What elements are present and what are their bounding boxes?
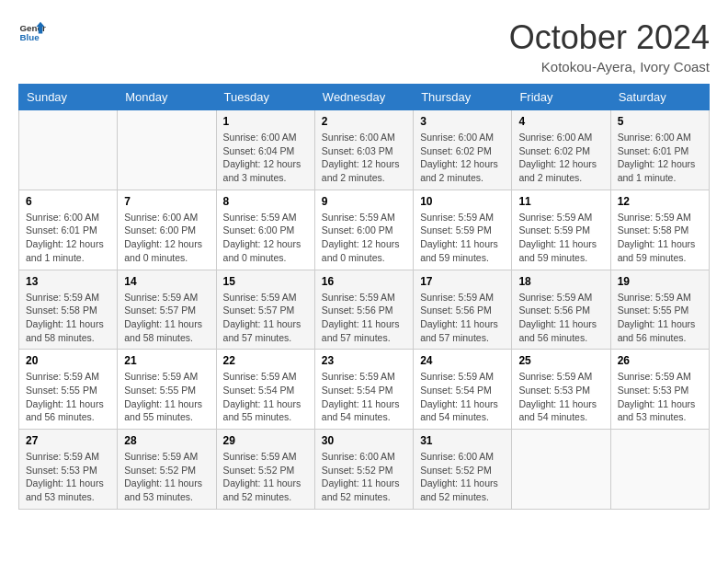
calendar-cell: 14Sunrise: 5:59 AM Sunset: 5:57 PM Dayli… xyxy=(118,270,216,350)
week-row-0: 1Sunrise: 6:00 AM Sunset: 6:04 PM Daylig… xyxy=(19,110,710,190)
header-tuesday: Tuesday xyxy=(216,85,314,110)
day-number: 5 xyxy=(618,115,702,128)
day-number: 24 xyxy=(420,354,505,367)
day-number: 19 xyxy=(618,275,702,288)
day-number: 27 xyxy=(26,434,110,447)
calendar-cell: 22Sunrise: 5:59 AM Sunset: 5:54 PM Dayli… xyxy=(216,350,314,430)
day-number: 11 xyxy=(518,195,603,208)
day-number: 22 xyxy=(223,354,308,367)
day-info: Sunrise: 5:59 AM Sunset: 5:56 PM Dayligh… xyxy=(518,291,603,345)
calendar-cell: 12Sunrise: 5:59 AM Sunset: 5:58 PM Dayli… xyxy=(610,190,709,270)
day-info: Sunrise: 6:00 AM Sunset: 5:52 PM Dayligh… xyxy=(420,450,505,504)
day-number: 15 xyxy=(223,275,308,288)
day-number: 25 xyxy=(518,354,603,367)
day-number: 7 xyxy=(124,195,209,208)
location: Kotokou-Ayera, Ivory Coast xyxy=(509,59,710,75)
day-number: 30 xyxy=(322,434,406,447)
calendar-cell: 15Sunrise: 5:59 AM Sunset: 5:57 PM Dayli… xyxy=(216,270,314,350)
calendar-cell: 6Sunrise: 6:00 AM Sunset: 6:01 PM Daylig… xyxy=(19,190,118,270)
day-info: Sunrise: 5:59 AM Sunset: 5:56 PM Dayligh… xyxy=(322,291,406,345)
week-row-1: 6Sunrise: 6:00 AM Sunset: 6:01 PM Daylig… xyxy=(19,190,710,270)
day-number: 12 xyxy=(618,195,702,208)
day-number: 20 xyxy=(26,354,110,367)
calendar-cell: 21Sunrise: 5:59 AM Sunset: 5:55 PM Dayli… xyxy=(118,350,216,430)
calendar-cell: 18Sunrise: 5:59 AM Sunset: 5:56 PM Dayli… xyxy=(512,270,610,350)
title-section: October 2024 Kotokou-Ayera, Ivory Coast xyxy=(509,18,710,75)
day-number: 3 xyxy=(420,115,505,128)
week-row-2: 13Sunrise: 5:59 AM Sunset: 5:58 PM Dayli… xyxy=(19,270,710,350)
day-number: 2 xyxy=(322,115,406,128)
day-number: 14 xyxy=(124,275,209,288)
calendar-cell: 27Sunrise: 5:59 AM Sunset: 5:53 PM Dayli… xyxy=(19,430,118,510)
day-number: 16 xyxy=(322,275,406,288)
header-thursday: Thursday xyxy=(414,85,512,110)
day-number: 6 xyxy=(26,195,110,208)
calendar-cell xyxy=(19,110,118,190)
calendar-cell: 29Sunrise: 5:59 AM Sunset: 5:52 PM Dayli… xyxy=(216,430,314,510)
page-header: General Blue October 2024 Kotokou-Ayera,… xyxy=(18,18,710,75)
day-info: Sunrise: 5:59 AM Sunset: 5:54 PM Dayligh… xyxy=(420,370,505,424)
day-info: Sunrise: 5:59 AM Sunset: 5:57 PM Dayligh… xyxy=(124,291,209,345)
day-info: Sunrise: 5:59 AM Sunset: 5:59 PM Dayligh… xyxy=(518,211,603,265)
day-number: 28 xyxy=(124,434,209,447)
day-info: Sunrise: 6:00 AM Sunset: 6:02 PM Dayligh… xyxy=(420,131,505,185)
header-wednesday: Wednesday xyxy=(314,85,413,110)
day-info: Sunrise: 5:59 AM Sunset: 6:00 PM Dayligh… xyxy=(322,211,406,265)
calendar-cell: 20Sunrise: 5:59 AM Sunset: 5:55 PM Dayli… xyxy=(19,350,118,430)
calendar-cell: 23Sunrise: 5:59 AM Sunset: 5:54 PM Dayli… xyxy=(314,350,413,430)
calendar-cell xyxy=(610,430,709,510)
day-number: 10 xyxy=(420,195,505,208)
day-info: Sunrise: 6:00 AM Sunset: 5:52 PM Dayligh… xyxy=(322,450,406,504)
header-saturday: Saturday xyxy=(610,85,709,110)
calendar-cell: 4Sunrise: 6:00 AM Sunset: 6:02 PM Daylig… xyxy=(512,110,610,190)
day-info: Sunrise: 6:00 AM Sunset: 6:03 PM Dayligh… xyxy=(322,131,406,185)
header-monday: Monday xyxy=(118,85,216,110)
day-info: Sunrise: 6:00 AM Sunset: 6:01 PM Dayligh… xyxy=(26,211,110,265)
day-number: 23 xyxy=(322,354,406,367)
day-info: Sunrise: 5:59 AM Sunset: 5:52 PM Dayligh… xyxy=(223,450,308,504)
svg-text:Blue: Blue xyxy=(20,32,40,42)
day-info: Sunrise: 6:00 AM Sunset: 6:00 PM Dayligh… xyxy=(124,211,209,265)
calendar-cell: 16Sunrise: 5:59 AM Sunset: 5:56 PM Dayli… xyxy=(314,270,413,350)
logo-icon: General Blue xyxy=(18,18,46,46)
calendar-cell: 30Sunrise: 6:00 AM Sunset: 5:52 PM Dayli… xyxy=(314,430,413,510)
calendar-cell: 3Sunrise: 6:00 AM Sunset: 6:02 PM Daylig… xyxy=(414,110,512,190)
calendar-cell: 8Sunrise: 5:59 AM Sunset: 6:00 PM Daylig… xyxy=(216,190,314,270)
day-info: Sunrise: 6:00 AM Sunset: 6:04 PM Dayligh… xyxy=(223,131,308,185)
day-info: Sunrise: 5:59 AM Sunset: 5:55 PM Dayligh… xyxy=(124,370,209,424)
day-info: Sunrise: 5:59 AM Sunset: 5:55 PM Dayligh… xyxy=(26,370,110,424)
day-info: Sunrise: 5:59 AM Sunset: 5:59 PM Dayligh… xyxy=(420,211,505,265)
day-info: Sunrise: 6:00 AM Sunset: 6:01 PM Dayligh… xyxy=(618,131,702,185)
calendar-cell xyxy=(118,110,216,190)
calendar-cell: 2Sunrise: 6:00 AM Sunset: 6:03 PM Daylig… xyxy=(314,110,413,190)
calendar-cell: 31Sunrise: 6:00 AM Sunset: 5:52 PM Dayli… xyxy=(414,430,512,510)
header-friday: Friday xyxy=(512,85,610,110)
calendar-cell: 26Sunrise: 5:59 AM Sunset: 5:53 PM Dayli… xyxy=(610,350,709,430)
day-number: 9 xyxy=(322,195,406,208)
calendar-cell: 7Sunrise: 6:00 AM Sunset: 6:00 PM Daylig… xyxy=(118,190,216,270)
calendar-cell xyxy=(512,430,610,510)
calendar-cell: 19Sunrise: 5:59 AM Sunset: 5:55 PM Dayli… xyxy=(610,270,709,350)
calendar-cell: 25Sunrise: 5:59 AM Sunset: 5:53 PM Dayli… xyxy=(512,350,610,430)
day-number: 21 xyxy=(124,354,209,367)
calendar-cell: 10Sunrise: 5:59 AM Sunset: 5:59 PM Dayli… xyxy=(414,190,512,270)
day-info: Sunrise: 5:59 AM Sunset: 5:58 PM Dayligh… xyxy=(618,211,702,265)
day-info: Sunrise: 5:59 AM Sunset: 5:52 PM Dayligh… xyxy=(124,450,209,504)
day-info: Sunrise: 6:00 AM Sunset: 6:02 PM Dayligh… xyxy=(518,131,603,185)
calendar-cell: 9Sunrise: 5:59 AM Sunset: 6:00 PM Daylig… xyxy=(314,190,413,270)
day-info: Sunrise: 5:59 AM Sunset: 5:54 PM Dayligh… xyxy=(223,370,308,424)
week-row-3: 20Sunrise: 5:59 AM Sunset: 5:55 PM Dayli… xyxy=(19,350,710,430)
day-info: Sunrise: 5:59 AM Sunset: 5:53 PM Dayligh… xyxy=(26,450,110,504)
calendar-table: SundayMondayTuesdayWednesdayThursdayFrid… xyxy=(18,84,710,510)
month-title: October 2024 xyxy=(509,18,710,57)
day-number: 31 xyxy=(420,434,505,447)
header-sunday: Sunday xyxy=(19,85,118,110)
calendar-header-row: SundayMondayTuesdayWednesdayThursdayFrid… xyxy=(19,85,710,110)
calendar-cell: 24Sunrise: 5:59 AM Sunset: 5:54 PM Dayli… xyxy=(414,350,512,430)
day-number: 26 xyxy=(618,354,702,367)
day-info: Sunrise: 5:59 AM Sunset: 5:53 PM Dayligh… xyxy=(618,370,702,424)
day-number: 17 xyxy=(420,275,505,288)
day-number: 13 xyxy=(26,275,110,288)
calendar-cell: 5Sunrise: 6:00 AM Sunset: 6:01 PM Daylig… xyxy=(610,110,709,190)
day-info: Sunrise: 5:59 AM Sunset: 5:57 PM Dayligh… xyxy=(223,291,308,345)
